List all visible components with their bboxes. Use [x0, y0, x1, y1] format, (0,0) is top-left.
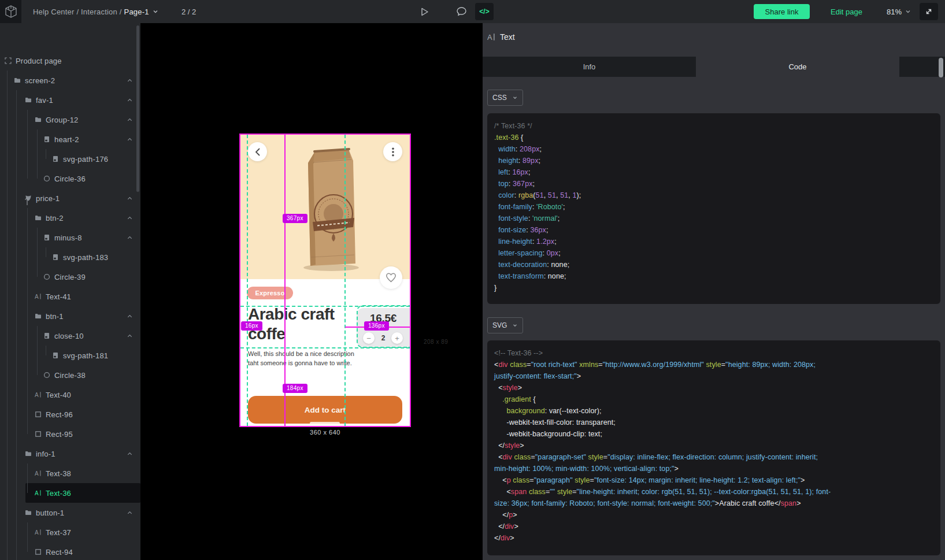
layer-row-btn-1[interactable]: btn-1 [0, 306, 140, 326]
layer-label: Text-38 [46, 469, 71, 478]
layer-row-product page[interactable]: Product page [0, 51, 140, 71]
svg-text:A: A [35, 490, 39, 496]
code-line: line-height: 1.2px; [494, 236, 933, 247]
sidebar-scrollbar[interactable] [136, 25, 139, 192]
code-line: color: rgba(51, 51, 51, 1); [494, 190, 933, 201]
layer-label: Product page [16, 57, 62, 65]
product-title[interactable]: Arabic craft coffe [248, 305, 351, 343]
layer-label: screen-2 [25, 76, 55, 85]
code-line: <div class="paragraph-set" style="displa… [494, 451, 933, 463]
fullscreen-button[interactable] [920, 3, 938, 20]
artboard-screen[interactable]: Expresso Arabic craft coffe Well, this s… [240, 135, 410, 426]
code-line: <p class="paragraph" style="font-size: 1… [494, 474, 933, 486]
collapse-caret-icon[interactable] [127, 235, 133, 241]
layer-row-text-40[interactable]: AText-40 [0, 385, 140, 405]
folder-icon [14, 77, 21, 84]
back-button[interactable] [248, 142, 267, 161]
folder-icon [35, 214, 42, 221]
home-indicator [310, 422, 340, 425]
add-to-cart-button[interactable]: Add to cart [248, 396, 402, 424]
layer-row-fav-1[interactable]: fav-1 [0, 90, 140, 110]
layer-row-text-38[interactable]: AText-38 [0, 463, 140, 483]
zoom-level-dropdown[interactable]: 81% [887, 0, 911, 23]
layer-row-button-1[interactable]: button-1 [0, 503, 140, 522]
measure-badge-top: 367px [283, 214, 307, 223]
circle-icon [43, 175, 50, 182]
layer-row-minus-8[interactable]: minus-8 [0, 228, 140, 247]
play-button[interactable] [416, 3, 434, 20]
svg-text:A: A [35, 529, 39, 536]
layers-panel: Product pagescreen-2fav-1Group-12heart-2… [0, 23, 140, 560]
collapse-caret-icon[interactable] [127, 136, 133, 143]
collapse-caret-icon[interactable] [127, 117, 133, 123]
collapse-caret-icon[interactable] [127, 77, 133, 84]
layer-row-svg-path-176[interactable]: svg-path-176 [0, 149, 140, 169]
layer-label: Text-37 [46, 528, 71, 537]
more-options-button[interactable] [383, 142, 402, 161]
code-view-button[interactable]: </> [475, 3, 494, 20]
css-format-dropdown[interactable]: CSS [487, 90, 523, 106]
comment-button[interactable] [452, 3, 470, 20]
layer-row-price-1[interactable]: price-1 [0, 188, 140, 208]
favorite-button[interactable] [380, 266, 402, 289]
collapse-caret-icon[interactable] [127, 195, 133, 202]
circle-icon [43, 273, 50, 280]
tab-code[interactable]: Code [696, 57, 899, 77]
canvas[interactable]: Expresso Arabic craft coffe Well, this s… [140, 23, 483, 560]
code-line: </div> [494, 532, 933, 544]
layer-row-btn-2[interactable]: btn-2 [0, 208, 140, 228]
svg-format-dropdown[interactable]: SVG [487, 317, 523, 333]
layer-row-group-12[interactable]: Group-12 [0, 110, 140, 129]
layer-row-rect-94[interactable]: Rect-94 [0, 542, 140, 560]
layer-row-rect-96[interactable]: Rect-96 [0, 405, 140, 424]
layer-row-circle-36[interactable]: Circle-36 [0, 169, 140, 188]
layer-row-text-36[interactable]: AText-36 [0, 483, 140, 503]
kebab-menu-icon [392, 147, 394, 157]
layer-row-close-10[interactable]: close-10 [0, 326, 140, 346]
layer-row-circle-39[interactable]: Circle-39 [0, 267, 140, 287]
page-indicator: 2 / 2 [181, 0, 196, 23]
tab-info[interactable]: Info [483, 57, 696, 77]
edit-page-link[interactable]: Edit page [831, 0, 862, 23]
folder-icon [25, 97, 32, 103]
product-description-line1: Well, this should be a nice description [248, 350, 354, 357]
breadcrumb[interactable]: Help Center / Interaction / Page-1 [33, 0, 159, 23]
code-line: height: 89px; [494, 155, 933, 166]
layer-row-svg-path-181[interactable]: svg-path-181 [0, 346, 140, 365]
category-tag[interactable]: Expresso [247, 287, 293, 299]
share-link-button[interactable]: Share link [754, 4, 810, 19]
collapse-caret-icon[interactable] [127, 510, 133, 516]
collapse-caret-icon[interactable] [127, 333, 133, 339]
layer-label: Circle-38 [54, 371, 86, 380]
expand-icon [925, 8, 933, 16]
svg-code-block[interactable]: <!-- Text-36 --><div class="root rich-te… [487, 340, 940, 555]
layer-row-text-41[interactable]: AText-41 [0, 287, 140, 306]
code-line: <style> [494, 382, 933, 394]
css-code-block[interactable]: /* Text-36 */.text-36 { width: 208px; he… [487, 113, 940, 304]
collapse-caret-icon[interactable] [127, 451, 133, 457]
layer-label: btn-2 [46, 214, 64, 222]
layer-row-screen-2[interactable]: screen-2 [0, 71, 140, 90]
panel-scrollbar[interactable] [939, 58, 943, 77]
measure-badge-left: 16px [241, 321, 262, 331]
collapse-caret-icon[interactable] [127, 215, 133, 221]
folder-icon [25, 450, 32, 457]
layer-row-rect-95[interactable]: Rect-95 [0, 424, 140, 444]
code-line: justify-content: flex-start;"> [494, 370, 933, 382]
selected-row-highlight [25, 483, 140, 503]
layer-row-heart-2[interactable]: heart-2 [0, 129, 140, 149]
svg-text:A: A [35, 470, 39, 477]
folder-icon [35, 116, 42, 123]
layer-row-svg-path-183[interactable]: svg-path-183 [0, 247, 140, 267]
collapse-caret-icon[interactable] [127, 313, 133, 320]
layer-row-info-1[interactable]: info-1 [0, 444, 140, 463]
rect-icon [35, 548, 42, 555]
measure-badge-bottom: 184px [283, 384, 307, 393]
app-logo[interactable] [0, 0, 21, 23]
layer-row-circle-38[interactable]: Circle-38 [0, 365, 140, 385]
chevron-down-icon[interactable] [152, 8, 159, 15]
layer-label: Text-40 [46, 391, 71, 399]
collapse-caret-icon[interactable] [127, 97, 133, 103]
code-line: letter-spacing: 0px; [494, 247, 933, 259]
layer-row-text-37[interactable]: AText-37 [0, 522, 140, 542]
